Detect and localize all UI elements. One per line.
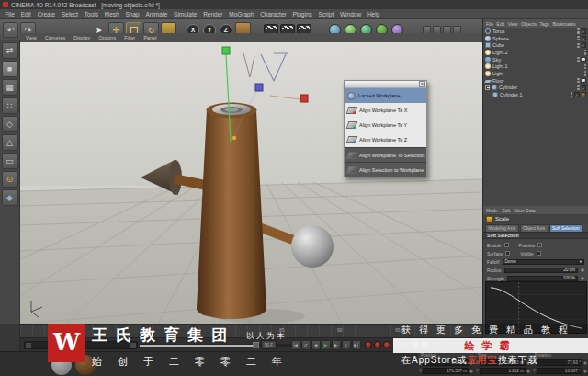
go-to-start-button[interactable]: |◀ — [291, 340, 300, 350]
am-menu-mode[interactable]: Mode — [486, 208, 498, 213]
om-menu-file[interactable]: File — [486, 21, 493, 27]
strength-spinner[interactable] — [581, 276, 584, 281]
visibility-dots[interactable] — [577, 43, 579, 48]
previous-key-button[interactable]: ↺ — [301, 340, 311, 350]
previous-frame-button[interactable]: ◀ — [311, 340, 321, 350]
vp-menu-panel[interactable]: Panel — [143, 35, 156, 40]
radius-field[interactable]: 20 cm — [504, 268, 578, 273]
popup-item-align-y[interactable]: Align Workplane To Y — [345, 118, 426, 132]
make-editable-button[interactable]: ⇄ — [2, 42, 18, 59]
om-menu-view[interactable]: View — [508, 21, 518, 27]
rotation-p-spinner[interactable] — [583, 369, 587, 374]
phong-tag-icon[interactable]: ✓ — [582, 42, 587, 48]
visibility-dots[interactable] — [577, 85, 579, 90]
next-frame-button[interactable]: ▶ — [332, 340, 341, 350]
menu-item-tools[interactable]: Tools — [81, 11, 101, 17]
menu-item-plugins[interactable]: Plugins — [289, 11, 315, 17]
next-key-button[interactable]: ↻ — [342, 340, 351, 350]
menu-item-help[interactable]: Help — [365, 11, 383, 17]
om-menu-tags[interactable]: Tags — [539, 21, 549, 27]
vp-menu-cameras[interactable]: Cameras — [45, 35, 65, 40]
undo-button[interactable]: ↶ — [3, 22, 18, 38]
menu-item-file[interactable]: File — [2, 11, 17, 17]
position-y-field[interactable]: 171.587 m — [423, 368, 469, 374]
menu-item-animate[interactable]: Animate — [142, 11, 171, 17]
object-row-sphere[interactable]: Sphere ✓ — [483, 35, 588, 42]
gizmo-origin[interactable] — [232, 136, 236, 140]
menu-item-character[interactable]: Character — [257, 11, 289, 17]
material-tag-icon[interactable] — [582, 78, 587, 84]
go-to-end-button[interactable]: ▶| — [352, 340, 361, 350]
popup-item-align-x[interactable]: Align Workplane To X — [345, 103, 426, 118]
vp-menu-filter[interactable]: Filter — [124, 35, 135, 40]
phong-tag-icon[interactable]: ✓ — [582, 36, 587, 41]
menu-item-edit[interactable]: Edit — [17, 11, 34, 17]
gizmo-x-handle[interactable] — [300, 95, 308, 102]
keyframe-selection-button[interactable] — [383, 341, 390, 348]
phong-tag-icon[interactable]: ✓ — [574, 92, 580, 97]
object-row-floor[interactable]: Floor — [483, 77, 588, 85]
popup-title-bar[interactable]: ✕ — [345, 81, 426, 88]
enable-checkbox[interactable] — [504, 243, 509, 247]
tab-modeling-axis[interactable]: Modeling Axis — [485, 224, 519, 232]
menu-item-window[interactable]: Window — [337, 11, 365, 17]
object-row-light1[interactable]: Light.1 — [483, 63, 588, 70]
object-row-cube[interactable]: Cube ✓ — [483, 41, 588, 49]
record-button[interactable] — [365, 341, 372, 348]
object-row-light2[interactable]: Light.2 — [483, 49, 588, 56]
visibility-dots[interactable] — [577, 36, 579, 40]
menu-item-create[interactable]: Create — [34, 11, 58, 17]
rotation-h-field[interactable]: 77.63 ° — [537, 359, 582, 366]
visibility-dots[interactable] — [584, 71, 586, 75]
preview-checkbox[interactable]: ✓ — [537, 243, 542, 247]
object-row-torus[interactable]: Torus ✓ — [483, 28, 588, 35]
menu-item-simulate[interactable]: Simulate — [171, 11, 200, 17]
visibility-dots[interactable] — [584, 64, 586, 69]
object-row-light[interactable]: Light — [483, 70, 588, 77]
close-icon[interactable]: ✕ — [419, 81, 425, 87]
tab-object-axis[interactable]: Object Axis — [520, 224, 548, 232]
expand-icon[interactable] — [485, 85, 490, 90]
sphere-object[interactable] — [291, 225, 334, 268]
object-row-cylinder[interactable]: Cylinder ✓ — [483, 85, 588, 92]
soft-selection-section-header[interactable]: Soft Selection — [483, 232, 588, 239]
object-row-sky[interactable]: Sky — [483, 56, 588, 63]
popup-item-locked-workplane[interactable]: Locked Workplane — [345, 88, 426, 103]
menu-item-render[interactable]: Render — [200, 11, 226, 17]
viewport-solo-button[interactable]: ◆ — [2, 189, 18, 206]
timeline-handle[interactable] — [253, 342, 259, 348]
tab-soft-selection[interactable]: Soft Selection — [549, 224, 583, 232]
om-menu-objects[interactable]: Objects — [521, 21, 537, 27]
popup-item-align-to-selection[interactable]: Align Workplane To Selection — [345, 147, 426, 162]
gizmo-z-handle[interactable] — [255, 84, 263, 91]
model-mode-button[interactable]: ■ — [2, 61, 18, 77]
cylinder-object[interactable] — [197, 110, 266, 319]
visible-checkbox[interactable] — [537, 251, 541, 256]
visibility-dots[interactable] — [584, 50, 586, 54]
phong-tag-icon[interactable]: ✓ — [582, 28, 587, 34]
play-button[interactable]: ▶ — [322, 340, 331, 350]
surface-checkbox[interactable] — [505, 251, 510, 256]
menu-item-mesh[interactable]: Mesh — [101, 11, 122, 17]
radius-spinner[interactable] — [581, 268, 584, 273]
visibility-dots[interactable] — [577, 28, 579, 33]
material-tag-icon[interactable] — [582, 92, 587, 97]
rotation-h-spinner[interactable] — [583, 360, 587, 366]
om-menu-bookmarks[interactable]: Bookmarks — [552, 21, 575, 27]
phong-tag-icon[interactable]: ✓ — [582, 85, 587, 91]
strength-field[interactable]: 100 % — [507, 276, 578, 281]
am-menu-userdata[interactable]: User Data — [514, 208, 536, 213]
polygons-mode-button[interactable]: △ — [2, 134, 18, 151]
size-y-field[interactable]: 1.212 m — [480, 368, 526, 374]
edges-mode-button[interactable]: ◇ — [2, 116, 18, 132]
menu-item-select[interactable]: Select — [59, 11, 82, 17]
popup-item-align-z[interactable]: Align Workplane To Z — [345, 132, 426, 147]
points-mode-button[interactable]: ∷ — [2, 97, 18, 114]
enable-axis-button[interactable]: ⊙ — [2, 171, 18, 188]
vp-menu-display[interactable]: Display — [74, 35, 90, 40]
gizmo-y-handle[interactable] — [222, 47, 230, 54]
visibility-dots[interactable] — [571, 92, 572, 97]
om-menu-edit[interactable]: Edit — [497, 21, 505, 27]
vp-menu-view[interactable]: View — [26, 35, 37, 40]
texture-mode-button[interactable]: ▦ — [2, 79, 18, 96]
